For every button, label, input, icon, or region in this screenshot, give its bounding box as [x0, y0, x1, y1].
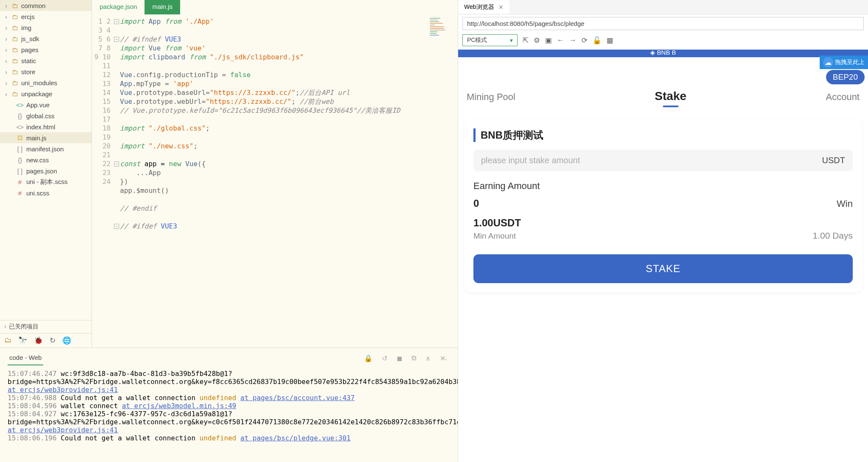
cloud-icon: ☁ [823, 57, 833, 67]
earning-suffix: Win [837, 198, 853, 209]
bep20-badge[interactable]: BEP20 [826, 70, 865, 84]
url-input[interactable] [462, 17, 864, 30]
close-console-icon[interactable]: ✕ᵢ [440, 354, 447, 362]
editor-area: package.jsonmain.js 1 2 3 4 5 6 7 8 9 10… [92, 0, 458, 348]
console-output[interactable]: 15:07:46.247 wc:9f3d8c18-aa7b-4bac-81d3-… [0, 365, 458, 462]
line-gutter: 1 2 3 4 5 6 7 8 9 10 11 12 13 14 15 16 1… [92, 14, 114, 348]
card-title: BNB质押测试 [473, 128, 853, 142]
folder-img[interactable]: ›🗀img [0, 22, 92, 33]
devtools-icon[interactable]: ▣ [545, 36, 552, 45]
file-index.html[interactable]: <>index.html [0, 121, 92, 132]
tab-account[interactable]: Account [826, 92, 860, 103]
history-icon[interactable]: ↺ [382, 354, 387, 362]
stake-button[interactable]: STAKE [473, 254, 853, 283]
file-App.vue[interactable]: <>App.vue [0, 99, 92, 110]
file-manifest.json[interactable]: [ ]manifest.json [0, 143, 92, 154]
browser-panel: Web浏览器 ✕ PC模式▾ ⇱ ⚙ ▣ ← → ⟳ 🔓 ▦ ◈ BNB B ☁ [458, 0, 868, 462]
popout-icon[interactable]: ⧉ [412, 354, 416, 362]
code-body[interactable]: import App from './App' // #ifndef VUE3 … [120, 14, 428, 348]
tab-mining-pool[interactable]: Mining Pool [467, 92, 515, 103]
folder-store[interactable]: ›🗀store [0, 66, 92, 77]
open-external-icon[interactable]: ⇱ [523, 36, 529, 45]
reload-icon[interactable]: ⟳ [581, 36, 587, 45]
earning-label: Earning Amount [473, 181, 853, 192]
file-pages.json[interactable]: [ ]pages.json [0, 165, 92, 176]
closed-projects[interactable]: ›已关闭项目 [0, 320, 92, 333]
console-panel: code - Web 🔒 ↺ ◼ ⧉ ∧ ✕ᵢ 15:07:46.247 wc:… [0, 348, 458, 462]
folder-static[interactable]: ›🗀static [0, 55, 92, 66]
editor-tab-main.js[interactable]: main.js [145, 0, 180, 14]
min-value: 1.00USDT [473, 217, 521, 229]
minimap[interactable] [428, 14, 458, 348]
file-uni.scss[interactable]: #uni.scss [0, 187, 92, 198]
fold-column[interactable]: - - - - [114, 14, 120, 348]
bug-icon[interactable]: 🐞 [34, 336, 43, 345]
folder-uni_modules[interactable]: ›🗀uni_modules [0, 77, 92, 88]
folder-common[interactable]: ›🗀common [0, 0, 92, 11]
lock-icon[interactable]: 🔒 [364, 354, 373, 362]
folder-js_sdk[interactable]: ›🗀js_sdk [0, 33, 92, 44]
folder-ercjs[interactable]: ›🗀ercjs [0, 11, 92, 22]
editor-tab-bar: package.jsonmain.js [92, 0, 458, 14]
mode-select[interactable]: PC模式▾ [462, 34, 517, 46]
stop-icon[interactable]: ◼ [397, 354, 402, 362]
console-tab[interactable]: code - Web [8, 351, 43, 365]
min-label: Min Amount [473, 231, 516, 241]
file-new.css[interactable]: {}new.css [0, 154, 92, 165]
close-icon[interactable]: ✕ [498, 4, 504, 11]
editor-tab-package.json[interactable]: package.json [92, 0, 145, 14]
stake-card: BNB质押测试 please input stake amount USDT E… [464, 119, 862, 292]
stake-amount-input[interactable]: please input stake amount USDT [473, 150, 853, 171]
grid-icon[interactable]: ▦ [606, 36, 613, 45]
settings-icon[interactable]: ⚙ [534, 36, 540, 45]
chevron-down-icon: ▾ [510, 37, 513, 44]
drag-upload-badge[interactable]: ☁拖拽至此上 [820, 56, 868, 69]
browser-tab[interactable]: Web浏览器 ✕ [458, 0, 509, 14]
tab-stake[interactable]: Stake [655, 89, 687, 103]
preview-area: ◈ BNB B ☁拖拽至此上 BEP20 Mining Pool Stake A… [458, 50, 868, 462]
file-main.js[interactable]: ⊡main.js [0, 132, 92, 143]
refresh-icon[interactable]: ↻ [50, 336, 56, 345]
lock-icon[interactable]: 🔓 [593, 36, 601, 45]
collapse-icon[interactable]: ∧ [426, 354, 431, 362]
file-tree-toolbar: 🗂 🔭 🐞 ↻ 🌐 [0, 333, 92, 348]
preview-header-title: ◈ BNB B [650, 50, 676, 56]
folder-pages[interactable]: ›🗀pages [0, 44, 92, 55]
folder-icon[interactable]: 🗂 [4, 336, 11, 345]
file-global.css[interactable]: {}global.css [0, 110, 92, 121]
binoculars-icon[interactable]: 🔭 [18, 336, 27, 345]
file-tree: ›🗀common›🗀ercjs›🗀img›🗀js_sdk›🗀pages›🗀sta… [0, 0, 92, 348]
earning-value: 0 [473, 198, 479, 209]
back-icon[interactable]: ← [557, 36, 564, 45]
file-uni - 副本.scss[interactable]: #uni - 副本.scss [0, 176, 92, 187]
days-value: 1.00 Days [812, 231, 853, 241]
forward-icon[interactable]: → [569, 36, 576, 45]
folder-unpackage[interactable]: ›🗀unpackage [0, 88, 92, 99]
globe-icon[interactable]: 🌐 [62, 336, 71, 345]
